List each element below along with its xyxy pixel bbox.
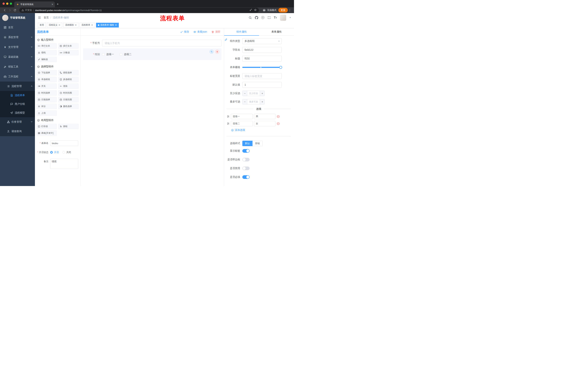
palette-item-slider[interactable]: 滑块 [58,84,79,89]
palette-item-button[interactable]: 按钮 [58,124,79,129]
option-2-value-input[interactable] [254,121,275,126]
forward-button[interactable] [7,8,12,12]
tag-close-icon[interactable]: ✕ [91,24,93,26]
palette-item-rate[interactable]: 评分 [36,104,57,109]
delete-field-button[interactable] [215,50,219,54]
github-icon[interactable] [255,16,258,19]
form-remark-input[interactable]: 嘿嘿 [50,159,78,169]
sidebar-item-process-management[interactable]: 流程管理 [0,82,35,91]
slider-handle[interactable] [279,66,282,69]
component-type-select[interactable]: 多选框组 ▼ [242,38,282,44]
default-value-input[interactable] [242,82,282,88]
sidebar-item-user-group[interactable]: 用户分组 [0,100,35,108]
sidebar-item-devtools[interactable]: 研发工具 [0,62,35,72]
browser-update-button[interactable]: 更新 [278,8,288,12]
security-indicator[interactable]: 不安全 [21,9,32,12]
remove-option-icon[interactable] [277,122,280,125]
fullscreen-icon[interactable] [267,16,271,19]
sidebar-item-system[interactable]: 系统管理 [0,32,35,42]
sidebar-item-payment[interactable]: ¥ 支付管理 [0,42,35,52]
palette-item-color-picker[interactable]: 颜色选择 [58,104,79,109]
clear-button[interactable]: 清空 [211,30,220,33]
password-key-icon[interactable] [249,9,252,12]
address-bar[interactable]: 不安全 dashboard.yudao.iocoder.cn /bpm/mana… [19,8,259,13]
palette-item-date-picker[interactable]: 日期选择 [36,97,57,102]
palette-item-cascader[interactable]: 级联选择 [58,70,79,75]
palette-item-switch[interactable]: 开关 [36,84,57,89]
gender-option-1-checkbox[interactable]: 选项一 [102,53,114,56]
window-close-button[interactable] [2,2,5,5]
tag-process-model[interactable]: 流程模型 ✕ [63,23,79,28]
tag-process-form[interactable]: 流程表单 ✕ [80,23,95,28]
palette-item-multi-text[interactable]: 多行文本 [58,43,79,49]
form-name-input[interactable] [50,140,78,146]
tag-home[interactable]: 首页 [38,23,46,28]
breadcrumb-home[interactable]: 首页 [44,16,49,19]
palette-item-radio-group[interactable]: 单选框组 [36,77,57,82]
palette-item-counter[interactable]: 123计数器 [58,50,79,55]
window-zoom-button[interactable] [10,2,12,5]
bookmark-star-icon[interactable] [254,9,257,12]
drag-handle-icon[interactable] [227,115,230,118]
tab-component-props[interactable]: 组件属性 [224,28,259,35]
option-2-label-input[interactable] [231,121,253,126]
field-phone[interactable]: 手机号 [83,40,221,47]
font-size-icon[interactable]: TT [274,16,277,19]
field-phone-input[interactable] [102,40,221,47]
palette-item-time-range[interactable]: 时间范围 [58,90,79,96]
drag-handle-icon[interactable] [227,122,230,125]
search-icon[interactable] [249,16,252,19]
palette-item-checkbox-group[interactable]: 多选框组 [58,77,79,82]
tag-process-form-edit[interactable]: 流程表单-编辑 ✕ [96,23,119,28]
disabled-toggle[interactable] [242,167,250,170]
sidebar-item-home[interactable]: 首页 [0,22,35,32]
palette-item-time-picker[interactable]: 时间选择 [36,90,57,96]
max-select-placeholder[interactable]: 最多可选 [247,99,260,104]
tab-close-icon[interactable]: ✕ [51,3,53,6]
sidebar-item-workflow[interactable]: 工作流程 [0,72,35,82]
tag-close-icon[interactable]: ✕ [58,24,60,26]
browser-tab[interactable]: 芋道管理系统 ✕ [14,1,55,7]
gender-option-2-checkbox[interactable]: 选项二 [120,53,132,56]
status-radio-on[interactable]: 开启 [50,151,59,154]
field-name-input[interactable] [242,47,282,53]
status-radio-off[interactable]: 关闭 [63,151,71,154]
tab-form-props[interactable]: 表单属性 [259,28,294,35]
style-button-button[interactable]: 按钮 [252,141,262,146]
required-toggle[interactable] [242,175,250,179]
view-json-button[interactable]: 查看json [193,30,207,33]
show-label-toggle[interactable] [242,149,250,153]
user-avatar[interactable] [280,15,286,21]
window-minimize-button[interactable] [6,2,8,5]
option-1-value-input[interactable] [254,114,275,119]
palette-item-editor[interactable]: 编辑器 [36,57,57,62]
palette-item-single-text[interactable]: 单行文本 [36,43,57,49]
decrease-button[interactable]: − [242,91,247,96]
palette-item-upload[interactable]: 上传 [36,110,57,116]
link-icon[interactable] [224,38,227,42]
sidebar-item-process-model[interactable]: 流程模型 [0,108,35,117]
reload-button[interactable] [12,8,18,12]
increase-button[interactable]: + [260,99,264,104]
sidebar-item-task-management[interactable]: 任务管理 [0,117,35,127]
help-icon[interactable]: ? [261,16,264,19]
grid-slider[interactable] [242,64,282,70]
decrease-button[interactable]: − [242,99,247,104]
tag-close-icon[interactable]: ✕ [115,24,117,26]
style-default-button[interactable]: 默认 [242,141,252,146]
tag-process-definition[interactable]: 流程定义 ✕ [47,23,62,28]
sidebar-item-leave-query[interactable]: 请假查询 [0,127,35,136]
label-width-input[interactable] [242,73,282,79]
palette-item-password[interactable]: 密码 [36,50,57,55]
browser-menu-icon[interactable]: ⋮ [288,9,292,12]
sidebar-item-infrastructure[interactable]: 基础设施 [0,52,35,62]
option-1-label-input[interactable] [231,114,253,119]
increase-button[interactable]: + [260,91,264,96]
add-option-button[interactable]: 添加选项 [231,128,291,132]
sidebar-item-process-form[interactable]: 流程表单 [0,91,35,100]
field-gender-selected[interactable]: 性别 选项一 选项二 [83,48,221,60]
palette-item-select[interactable]: 下拉选择 [36,70,57,75]
save-button[interactable]: 保存 [180,30,189,33]
border-toggle[interactable] [242,158,250,161]
avatar-caret-icon[interactable]: ▼ [289,17,291,19]
